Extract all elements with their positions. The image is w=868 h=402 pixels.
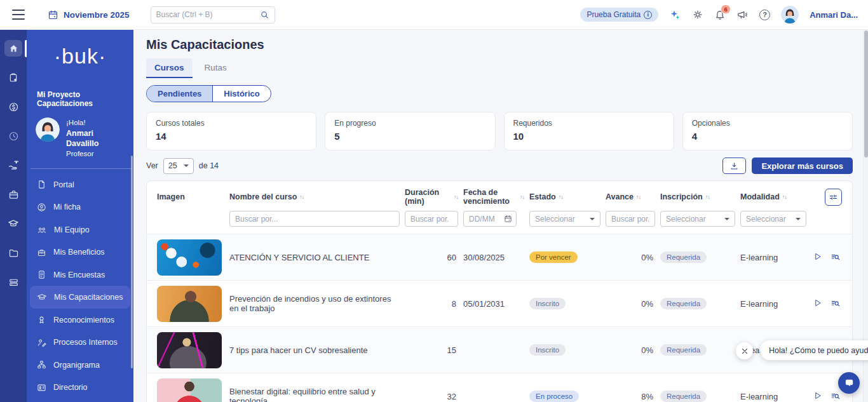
sort-icon[interactable]	[454, 194, 458, 200]
col-modalidad: Modalidad	[740, 192, 780, 201]
filter-estado-select[interactable]: Seleccionar	[529, 211, 600, 227]
stat-card-requeridos: Requeridos 10	[504, 112, 674, 151]
user-avatar[interactable]	[781, 6, 799, 23]
sort-icon[interactable]	[636, 194, 641, 200]
rail-payments-icon[interactable]	[4, 98, 22, 115]
sort-icon[interactable]	[520, 194, 524, 200]
tab-rutas[interactable]: Rutas	[196, 58, 235, 78]
rail-home-icon[interactable]	[4, 40, 22, 57]
play-course-icon[interactable]	[813, 391, 822, 400]
search-input[interactable]	[156, 10, 260, 19]
view-toggle: Pendientes Histórico	[146, 85, 271, 102]
calendar-icon	[48, 10, 58, 20]
info-icon: i	[644, 11, 652, 19]
person-circle-icon	[37, 203, 46, 212]
sidebar-item-directorio[interactable]: Directorio	[30, 376, 130, 399]
user-name[interactable]: Anmari Da...	[810, 10, 858, 20]
process-icon	[37, 338, 46, 347]
month-picker[interactable]: Noviembre 2025	[48, 10, 130, 20]
explore-courses-button[interactable]: Explorar más cursos	[752, 157, 853, 174]
toggle-historico[interactable]: Histórico	[212, 86, 270, 102]
show-label: Ver	[146, 161, 158, 170]
sort-icon[interactable]	[559, 194, 563, 200]
rail-benefits-icon[interactable]	[4, 157, 22, 173]
filter-fecha-input[interactable]: DD/MM	[463, 211, 517, 227]
filter-nombre-input[interactable]	[229, 211, 400, 227]
table-row[interactable]: Prevención de incendios y uso de extinto…	[147, 280, 852, 326]
sidebar-item-mi-equipo[interactable]: Mi Equipo	[30, 218, 130, 241]
announcements-megaphone-icon[interactable]	[736, 9, 749, 21]
chevron-down-icon	[184, 164, 189, 167]
download-button[interactable]	[722, 157, 746, 174]
profile-avatar[interactable]	[36, 117, 60, 142]
page-size-value: 25	[168, 161, 177, 170]
filter-duracion-input[interactable]	[405, 211, 458, 227]
status-badge: Inscrito	[529, 344, 566, 356]
stat-label: Requeridos	[513, 119, 665, 128]
filter-inscripcion-select[interactable]: Seleccionar	[660, 211, 735, 227]
filter-avance-input[interactable]	[606, 211, 655, 227]
chat-bubble-icon	[844, 378, 855, 389]
course-detail-icon[interactable]	[831, 298, 841, 309]
sidebar-item-portal[interactable]: Portal	[30, 173, 130, 196]
sidebar-item-mis-encuestas[interactable]: Mis Encuestas	[30, 264, 130, 286]
chevron-down-icon	[796, 218, 801, 220]
select-placeholder: Seleccionar	[666, 215, 706, 224]
toggle-pendientes[interactable]: Pendientes	[147, 86, 212, 102]
chat-tooltip: Hola! ¿Cómo te puedo ayudar?	[760, 340, 868, 360]
rail-folder-icon[interactable]	[4, 245, 22, 261]
sidebar-item-reconocimientos[interactable]: Reconocimientos	[30, 309, 130, 332]
sidebar-item-organigrama[interactable]: Organigrama	[30, 354, 130, 377]
orgchart-icon	[37, 360, 46, 370]
inscription-badge: Requerida	[660, 298, 707, 309]
chat-launcher-button[interactable]	[838, 372, 860, 394]
sidebar-item-mis-beneficios[interactable]: Mis Beneficios	[30, 241, 130, 264]
stat-value: 4	[692, 131, 843, 142]
calendar-icon	[504, 215, 512, 223]
course-detail-icon[interactable]	[831, 252, 841, 262]
rail-time-icon[interactable]	[4, 128, 22, 144]
ai-sparkle-icon[interactable]	[669, 9, 681, 21]
settings-gear-icon[interactable]	[692, 9, 703, 20]
sidebar-item-mi-ficha[interactable]: Mi ficha	[30, 196, 130, 218]
play-course-icon[interactable]	[813, 298, 822, 307]
global-search[interactable]	[151, 6, 275, 23]
chat-close-button[interactable]	[736, 342, 753, 359]
page-size-select[interactable]: 25	[163, 158, 194, 174]
col-duracion: Duración (min)	[405, 188, 451, 206]
sort-icon[interactable]	[782, 194, 787, 200]
hamburger-menu-icon[interactable]	[12, 10, 25, 20]
rail-education-icon[interactable]	[4, 215, 22, 232]
course-modality: E-learning	[740, 299, 806, 309]
course-detail-icon[interactable]	[831, 391, 841, 401]
column-settings-button[interactable]	[825, 189, 842, 206]
trial-badge[interactable]: Prueba Gratuita i	[580, 8, 658, 22]
course-name: 7 tips para hacer un CV sobresaliente	[229, 345, 400, 355]
play-course-icon[interactable]	[813, 252, 822, 261]
status-badge: En proceso	[529, 391, 579, 402]
profile-block: ¡Hola! Anmari Davalillo Profesor	[36, 117, 127, 159]
sliders-icon	[829, 192, 838, 202]
table-row[interactable]: Bienestar digital: equilibrio entre salu…	[147, 373, 852, 402]
sidebar-scrollbar[interactable]	[131, 156, 133, 368]
notifications-bell-icon[interactable]: 6	[714, 9, 726, 20]
rail-tasks-icon[interactable]	[4, 69, 22, 86]
sort-icon[interactable]	[299, 194, 304, 200]
stat-card-opcionales: Opcionales 4	[682, 112, 853, 151]
scrollbar-thumb[interactable]	[864, 30, 868, 157]
profile-greeting: ¡Hola!	[66, 118, 127, 128]
main-content: Mis Capacitaciones Cursos Rutas Pendient…	[133, 30, 863, 402]
rail-briefcase-icon[interactable]	[4, 186, 22, 203]
icon-rail	[0, 30, 27, 402]
graduation-cap-icon	[37, 292, 47, 302]
rail-organization-icon[interactable]	[4, 274, 22, 290]
sidebar-item-mis-capacitaciones[interactable]: Mis Capacitaciones	[30, 286, 130, 309]
table-row[interactable]: ATENCIÓN Y SERVICIO AL CLIENTE 60 30/08/…	[147, 234, 852, 280]
stat-label: Cursos totales	[156, 119, 307, 128]
tab-cursos[interactable]: Cursos	[146, 58, 193, 78]
filter-modalidad-select[interactable]: Seleccionar	[740, 211, 806, 227]
help-icon[interactable]: ?	[759, 10, 770, 20]
stat-value: 5	[334, 131, 485, 142]
sort-icon[interactable]	[705, 194, 710, 200]
sidebar-item-procesos-internos[interactable]: Procesos Internos	[30, 331, 130, 354]
